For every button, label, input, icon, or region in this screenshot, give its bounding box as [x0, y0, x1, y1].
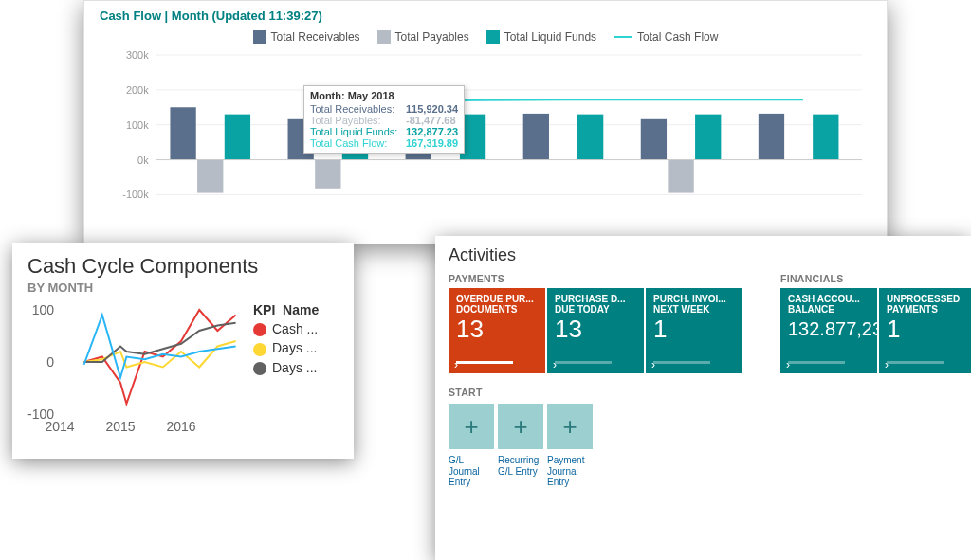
- cycle-legend-item[interactable]: Days ...: [253, 360, 319, 375]
- activities-panel: Activities PAYMENTS OVERDUE PUR... DOCUM…: [435, 236, 971, 560]
- plus-icon: +: [562, 412, 577, 442]
- tile-label: OVERDUE PUR... DOCUMENTS: [456, 294, 538, 315]
- start-action-label[interactable]: G/L Journal Entry: [449, 455, 494, 488]
- cycle-title: Cash Cycle Components: [27, 254, 339, 279]
- svg-rect-12: [225, 115, 250, 160]
- tooltip-row: Total Receivables:115,920.34: [310, 103, 458, 115]
- tooltip-row-label: Total Liquid Funds:: [310, 126, 400, 137]
- tile-label: CASH ACCOU... BALANCE: [788, 294, 870, 315]
- swatch-cashflow-line: [614, 36, 632, 38]
- svg-rect-25: [759, 114, 784, 160]
- activity-tile[interactable]: UNPROCESSED PAYMENTS 1 ›: [879, 288, 971, 373]
- svg-text:0: 0: [46, 354, 54, 370]
- activity-tile[interactable]: PURCH. INVOI... NEXT WEEK 1 ›: [646, 288, 742, 373]
- start-tiles: +++: [449, 404, 958, 449]
- tooltip-month-label: Month:: [310, 90, 345, 101]
- cycle-legend: KPI_Name Cash ...Days ...Days ...: [246, 302, 319, 435]
- swatch-receivables: [253, 30, 266, 44]
- chevron-right-icon: ›: [553, 358, 557, 371]
- cycle-subtitle: BY MONTH: [27, 280, 339, 295]
- chevron-right-icon: ›: [885, 358, 889, 371]
- chart-tooltip: Month: May 2018 Total Receivables:115,92…: [303, 85, 465, 154]
- financials-section: FINANCIALS CASH ACCOU... BALANCE 132.877…: [780, 265, 971, 373]
- payments-tiles: OVERDUE PUR... DOCUMENTS 13 ›PURCHASE D.…: [449, 288, 742, 373]
- svg-rect-23: [668, 160, 693, 193]
- legend-label: Total Receivables: [271, 30, 360, 44]
- tile-bar: [788, 361, 845, 364]
- svg-text:2016: 2016: [166, 419, 195, 434]
- tile-bar: [887, 361, 944, 364]
- svg-rect-22: [641, 119, 667, 160]
- svg-rect-24: [695, 115, 721, 160]
- cycle-legend-item[interactable]: Cash ...: [253, 321, 319, 336]
- legend-liquid[interactable]: Total Liquid Funds: [486, 30, 596, 44]
- tile-value: 13: [456, 315, 538, 344]
- chevron-right-icon: ›: [454, 358, 458, 371]
- tile-bar: [555, 361, 612, 364]
- svg-rect-10: [170, 107, 195, 159]
- activity-tile[interactable]: CASH ACCOU... BALANCE 132.877,23 ›: [780, 288, 877, 373]
- activity-tile[interactable]: PURCHASE D... DUE TODAY 13 ›: [547, 288, 644, 373]
- activities-title: Activities: [449, 245, 958, 265]
- cycle-chart-svg[interactable]: 1000-100201420152016: [27, 302, 246, 435]
- start-action-button[interactable]: +: [547, 404, 593, 449]
- tile-value: 1: [887, 315, 968, 344]
- legend-dot: [253, 343, 266, 356]
- tile-label: PURCHASE D... DUE TODAY: [555, 294, 636, 315]
- start-labels: G/L Journal EntryRecurring G/L EntryPaym…: [449, 455, 958, 488]
- legend-label: Total Cash Flow: [637, 30, 718, 44]
- legend-label: Total Liquid Funds: [504, 30, 596, 44]
- start-action-label[interactable]: Recurring G/L Entry: [498, 455, 543, 488]
- svg-text:100: 100: [32, 302, 55, 317]
- tile-bar: [456, 361, 513, 364]
- start-action-label[interactable]: Payment Journal Entry: [547, 455, 593, 488]
- cashflow-legend: Total Receivables Total Payables Total L…: [100, 30, 871, 44]
- legend-receivables[interactable]: Total Receivables: [253, 30, 360, 44]
- legend-payables[interactable]: Total Payables: [377, 30, 469, 44]
- swatch-payables: [377, 30, 391, 44]
- chevron-right-icon: ›: [786, 358, 790, 371]
- payments-section: PAYMENTS OVERDUE PUR... DOCUMENTS 13 ›PU…: [449, 265, 742, 373]
- tooltip-row-label: Total Receivables:: [310, 103, 400, 115]
- financials-tiles: CASH ACCOU... BALANCE 132.877,23 ›UNPROC…: [780, 288, 971, 373]
- svg-rect-21: [577, 115, 603, 160]
- tile-value: 1: [653, 315, 735, 344]
- start-action-button[interactable]: +: [498, 404, 543, 449]
- legend-label: Total Payables: [395, 30, 469, 44]
- payments-label: PAYMENTS: [449, 273, 742, 284]
- legend-text: Cash ...: [272, 321, 318, 336]
- kpi-header: KPI_Name: [253, 302, 319, 317]
- chevron-right-icon: ›: [651, 358, 655, 371]
- tile-label: UNPROCESSED PAYMENTS: [887, 294, 968, 315]
- legend-dot: [253, 362, 266, 375]
- legend-text: Days ...: [272, 340, 317, 355]
- cashflow-title: Cash Flow | Month (Updated 11:39:27): [100, 9, 871, 23]
- tile-bar: [653, 361, 710, 364]
- tooltip-row: Total Payables:-81,477.68: [310, 115, 458, 126]
- start-label: START: [449, 387, 958, 398]
- tooltip-row: Total Liquid Funds:132,877.23: [310, 126, 458, 137]
- svg-rect-14: [315, 160, 340, 189]
- svg-text:100k: 100k: [126, 119, 149, 131]
- start-action-button[interactable]: +: [449, 404, 494, 449]
- legend-dot: [253, 323, 266, 336]
- cycle-legend-item[interactable]: Days ...: [253, 340, 319, 355]
- cashflow-chart-svg: 300k200k100k0k-100k: [100, 49, 871, 219]
- svg-text:200k: 200k: [126, 84, 149, 96]
- svg-text:2014: 2014: [45, 419, 74, 434]
- tooltip-row-value: 115,920.34: [406, 103, 458, 115]
- tile-value: 132.877,23: [788, 318, 870, 340]
- cash-cycle-panel: Cash Cycle Components BY MONTH 1000-1002…: [12, 243, 354, 459]
- tooltip-row-value: 167,319.89: [406, 137, 458, 149]
- svg-rect-11: [197, 160, 223, 193]
- tooltip-month: May 2018: [348, 90, 394, 101]
- financials-label: FINANCIALS: [780, 273, 971, 284]
- legend-cashflow[interactable]: Total Cash Flow: [614, 30, 718, 44]
- plus-icon: +: [464, 412, 478, 442]
- tile-label: PURCH. INVOI... NEXT WEEK: [653, 294, 735, 315]
- swatch-liquid: [486, 30, 500, 44]
- activity-tile[interactable]: OVERDUE PUR... DOCUMENTS 13 ›: [449, 288, 545, 373]
- svg-text:0k: 0k: [137, 154, 149, 166]
- plus-icon: +: [513, 412, 527, 442]
- cashflow-chart-area[interactable]: 300k200k100k0k-100k Month: May 2018 Tota…: [100, 49, 871, 220]
